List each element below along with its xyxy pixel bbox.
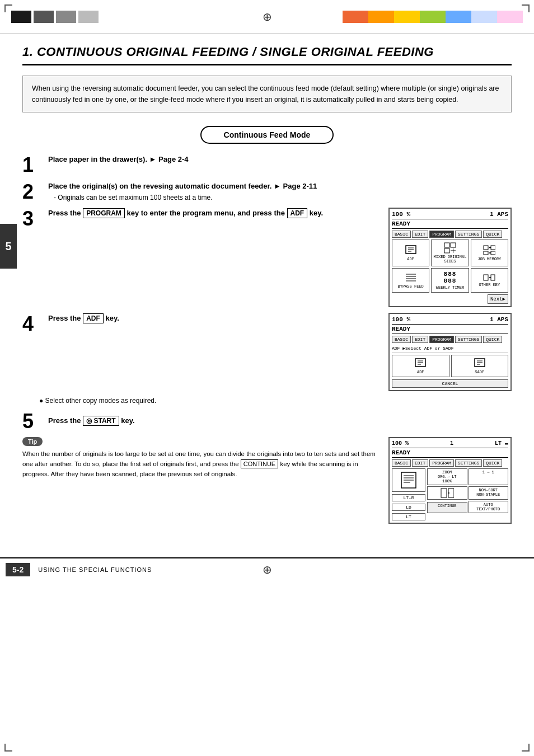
step-2-number: 2 [22,182,45,202]
screen2-status: READY [392,326,508,334]
screen1-tabs: BASIC EDIT PROGRAM SETTINGS QUICK [392,231,508,238]
crosshair-symbol: ⊕ [263,10,272,24]
color-block-4 [78,11,99,23]
icon-other-label: OTHER KEY [479,283,500,287]
corner-mark-br [522,744,530,752]
bottom-bar: 5-2 USING THE SPECIAL FUNCTIONS ⊕ [0,557,534,581]
screen3-tab-edit: EDIT [412,459,428,467]
screen-mockup-1: 100 % 1 APS READY BASIC EDIT PROGRAM SET… [388,208,512,307]
mode-label-container: Continuous Feed Mode [22,126,512,144]
color-block-r1 [343,11,368,23]
icon-mixed: MIXED ORIGINAL SIDES [431,240,469,266]
program-key: PROGRAM [83,208,125,218]
screen3-right-row2: NON-SORTNON-STAPLE [427,486,508,500]
step-5-number: 5 [22,411,45,431]
step-4-content: Press the ADF key. [45,313,377,324]
step-5-content: Press the ◎ START key. [45,415,512,426]
color-block-r3 [394,11,420,23]
step-5-row: 5 Press the ◎ START key. [22,410,512,431]
color-block-r7 [497,11,523,23]
step-2-text: Place the original(s) on the revesing au… [48,181,512,192]
page-content: 1. CONTINUOUS ORIGINAL FEEDING / SINGLE … [0,34,534,541]
step-3-text: Press the PROGRAM key to enter the progr… [48,208,377,219]
icon-bypass-label: BYPASS FEED [398,284,424,289]
icon-weekly-text: 888888 [444,271,457,284]
tip-text: When the number of originals is too larg… [22,449,377,479]
screen2-header: 100 % 1 APS [392,316,508,325]
screen2-icon-sadf-label: SADF [475,370,484,374]
screen2-icon-adf-label: ADF [417,370,424,374]
icon-adf: ADF [392,240,429,266]
footer-text: USING THE SPECIAL FUNCTIONS [38,566,152,573]
step-1-text: Place paper in the drawer(s). ► Page 2-4 [48,154,512,165]
tab-program: PROGRAM [429,231,454,238]
color-block-1 [11,11,31,23]
adf-key-4: ADF [83,313,104,323]
intro-box: When using the reversing automatic docum… [22,76,512,112]
screen3-right: ZOOMORG.→ LT100% 1 → 1 NON-SORTNON-STAPL… [427,468,508,520]
screen1-percent: 100 % [392,211,410,218]
screen2-icons: ADF SADF [392,355,508,377]
tip-left: Tip When the number of originals is too … [22,437,377,479]
step-1-content: Place paper in the drawer(s). ► Page 2-4 [45,154,512,165]
screen3-tab-quick: QUICK [483,459,502,467]
icon-weekly: 888888 WEEKLY TIMER [431,268,469,293]
screen3-ltr-label: LT-R [392,494,425,501]
select-text: Select other copy modes as required. [39,397,512,405]
bottom-crosshair: ⊕ [263,563,272,576]
step-4-number: 4 [22,314,45,334]
step-2-sub: Originals can be set maximum 100 sheets … [48,194,512,201]
screen3-continue: CONTINUE [427,502,467,513]
svg-rect-35 [441,489,447,497]
screen2-tab-program: PROGRAM [429,336,454,343]
color-block-r4 [420,11,446,23]
step-2-content: Place the original(s) on the revesing au… [45,181,512,201]
color-block-3 [56,11,76,23]
tab-settings: SETTINGS [455,231,482,238]
step-4-inner: 4 Press the ADF key. [22,313,377,334]
color-block-r6 [471,11,497,23]
svg-rect-14 [491,251,495,255]
screen3-header: 100 % 1 LT ▬ [392,440,508,448]
screen3-body: LT-R LD LT ZOOMORG.→ LT100% 1 → 1 [392,468,508,520]
svg-rect-19 [484,275,488,280]
screen-mockup-2: 100 % 1 APS READY BASIC EDIT PROGRAM SET… [388,313,512,391]
screen1-copies: 1 APS [490,211,508,218]
adf-key-3: ADF [287,208,308,218]
screen1-status: READY [392,220,508,229]
step-4-left: 4 Press the ADF key. [22,313,377,340]
intro-text: When using the reversing automatic docum… [32,84,499,104]
top-bar-right-blocks [343,11,523,23]
screen2-percent: 100 % [392,316,410,323]
tab-quick: QUICK [483,231,502,238]
screen3-nonsort: NON-SORTNON-STAPLE [469,486,509,500]
tip-badge: Tip [22,437,43,446]
screen2-cancel: CANCEL [392,379,508,388]
step-3-number: 3 [22,209,45,229]
tab-edit: EDIT [412,231,428,238]
svg-rect-4 [444,243,449,247]
screen3-copies: 1 [450,440,453,447]
screen2-icon-sadf: SADF [451,355,509,377]
screen1-row2: BYPASS FEED 888888 WEEKLY TIMER OTHER KE… [392,268,508,293]
screen1-icons: ADF MIXED ORIGINAL SIDES JOB MEMORY [392,240,508,266]
screen2-adf-row: ADF ▶Select ADF or SADF [392,345,508,353]
screen3-tabs: BASIC EDIT PROGRAM SETTINGS QUICK [392,459,508,467]
top-bar: ⊕ [0,0,534,34]
color-block-2 [34,11,54,23]
screen3-duplex [427,486,467,500]
continue-key-tip: CONTINUE [241,459,278,468]
screen3-lt-label: LT [392,513,425,520]
step-5-text: Press the ◎ START key. [48,415,512,426]
screen3-copies-disp: 1 → 1 [469,468,509,485]
screen3-status: READY [392,449,508,458]
step-3-inner: 3 Press the PROGRAM key to enter the pro… [22,208,377,229]
screen-mockup-3: 100 % 1 LT ▬ READY BASIC EDIT PROGRAM SE… [388,437,512,524]
screen3-tab-settings: SETTINGS [455,459,482,467]
icon-job-memory: JOB MEMORY [471,240,508,266]
screen3-right-row3: CONTINUE AUTOTEXT/PHOTO [427,501,508,513]
screen2-icon-adf: ADF [392,355,449,377]
svg-rect-5 [451,243,456,247]
step-3-row: 3 Press the PROGRAM key to enter the pro… [22,208,512,307]
screen3-percent: 100 % [392,440,409,447]
